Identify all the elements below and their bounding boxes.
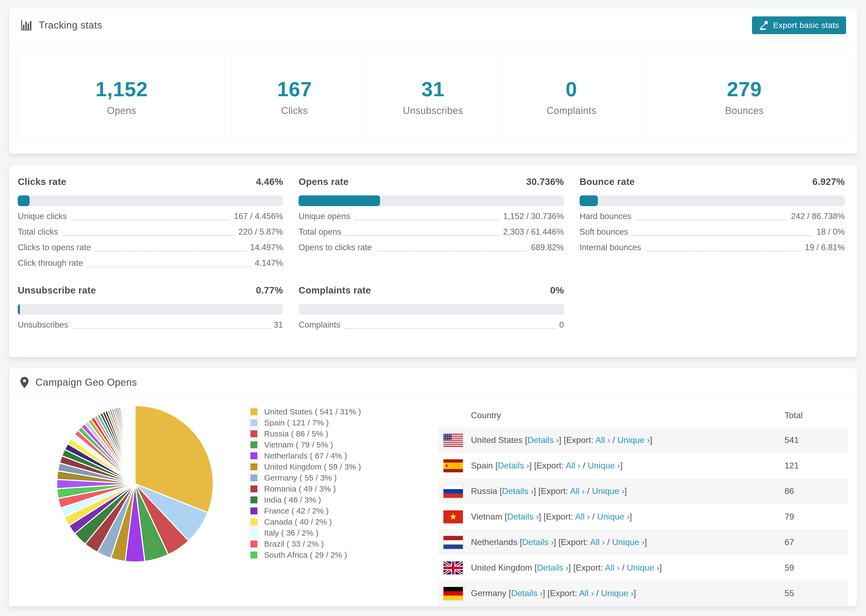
legend-item-spain[interactable]: Spain ( 121 / 7% ) [249,417,438,428]
gb-flag-icon [444,561,463,574]
export-all-link[interactable]: All › [595,435,610,445]
export-basic-stats-label: Export basic stats [773,21,839,30]
export-all-link[interactable]: All › [605,563,620,572]
bracket: ] [634,588,636,598]
details-link[interactable]: Details › [527,435,559,445]
export-unique-link[interactable]: Unique › [592,486,625,496]
details-link[interactable]: Details › [522,537,553,547]
legend-label: Romania ( 49 / 3% ) [264,484,336,493]
legend-swatch [249,484,259,494]
rate-row-value: 0 [559,320,564,330]
summary-stat-clicks: 167Clicks [226,53,364,141]
vn-flag-icon [444,511,463,523]
geo-title-text: Campaign Geo Opens [36,377,137,388]
export-all-link[interactable]: All › [570,486,585,496]
rate-row: Total clicks220 / 5.87% [18,227,283,238]
legend-item-united-states[interactable]: United States ( 541 / 31% ) [249,406,438,417]
legend-item-romania[interactable]: Romania ( 49 / 3% ) [249,483,438,494]
legend-item-south-africa[interactable]: South Africa ( 29 / 2% ) [249,549,438,560]
export-unique-link[interactable]: Unique › [612,537,645,547]
export-unique-link[interactable]: Unique › [601,588,634,598]
rate-row: Opens to clicks rate689.82% [299,243,564,254]
legend-label: United States ( 541 / 31% ) [264,407,361,416]
legend-item-italy[interactable]: Italy ( 36 / 2% ) [249,527,438,538]
summary-box: 1,152Opens167Clicks31Unsubscribes0Compla… [18,52,848,141]
geo-table: Country Total United States [Details ›] … [438,403,848,606]
link-separator: / [620,563,627,572]
export-all-link[interactable]: All › [579,588,594,598]
bracket: ] [620,460,623,470]
rate-row-value: 2,303 / 61.446% [503,227,564,237]
legend-item-brazil[interactable]: Brazil ( 33 / 2% ) [249,538,438,549]
export-unique-link[interactable]: Unique › [627,563,660,572]
rate-value: 0.77% [256,285,283,295]
legend-item-vietnam[interactable]: Vietnam ( 79 / 5% ) [249,439,438,450]
rate-title: Complaints rate [299,285,371,295]
legend-item-germany[interactable]: Germany ( 55 / 3% ) [249,472,438,483]
summary-stat-opens: 1,152Opens [18,53,226,141]
table-row-ru: Russia [Details ›] [Export: All › / Uniq… [438,478,848,504]
dotted-leader [94,251,246,251]
export-unique-link[interactable]: Unique › [617,435,650,445]
summary-stat-value: 279 [727,77,762,101]
export-basic-stats-button[interactable]: Export basic stats [752,16,846,34]
total-cell: 86 [784,486,848,496]
rate-row: Unique clicks167 / 4.456% [18,212,283,223]
de-flag-icon [444,587,463,600]
summary-stat-value: 1,152 [96,77,148,101]
geo-content: United States ( 541 / 31% )Spain ( 121 /… [9,397,857,606]
legend-swatch [249,451,259,460]
country-cell: United States [Details ›] [Export: All ›… [471,435,784,445]
export-all-link[interactable]: All › [575,512,590,522]
legend-item-russia[interactable]: Russia ( 86 / 5% ) [249,428,438,439]
legend-item-france[interactable]: France ( 42 / 2% ) [249,505,438,516]
export-all-link[interactable]: All › [590,537,605,547]
rate-title: Clicks rate [18,176,66,187]
rate-value: 4.46% [256,176,283,187]
export-all-link[interactable]: All › [565,460,580,470]
details-link[interactable]: Details › [537,563,568,572]
details-link[interactable]: Details › [507,512,539,522]
rate-row: Hard bounces242 / 86.738% [579,212,845,223]
link-separator: / [594,588,601,598]
rate-row-value: 19 / 6.81% [805,243,845,252]
details-link[interactable]: Details › [502,486,534,496]
legend-item-canada[interactable]: Canada ( 40 / 2% ) [249,516,438,527]
bracket: ] [625,486,627,496]
rate-head: Bounce rate6.927% [579,176,845,187]
legend-swatch [249,473,259,483]
legend-swatch [249,407,259,416]
dotted-leader [632,235,813,236]
legend-item-united-kingdom[interactable]: United Kingdom ( 59 / 3% ) [249,461,438,472]
export-unique-link[interactable]: Unique › [587,460,620,470]
nl-flag-icon [444,536,463,549]
rate-progress-fill [18,195,30,206]
rate-row-value: 167 / 4.456% [234,212,283,221]
rate-row-label: Complaints [299,320,340,330]
total-cell: 55 [784,588,848,598]
details-link[interactable]: Details › [498,460,529,470]
pie-legend: United States ( 541 / 31% )Spain ( 121 /… [241,397,438,606]
rate-row-label: Unique opens [299,212,350,221]
export-unique-link[interactable]: Unique › [597,512,630,522]
rate-row-label: Total opens [299,227,341,237]
total-cell: 79 [784,512,848,522]
rate-rows: Complaints0 [299,320,564,332]
details-link[interactable]: Details › [511,588,542,598]
legend-item-india[interactable]: India ( 46 / 3% ) [249,494,438,505]
rate-block-bounce-rate: Bounce rate6.927%Hard bounces242 / 86.73… [579,176,845,270]
legend-swatch [249,462,259,472]
legend-label: Canada ( 40 / 2% ) [264,517,332,526]
legend-label: Russia ( 86 / 5% ) [264,429,328,438]
legend-item-netherlands[interactable]: Netherlands ( 67 / 4% ) [249,450,438,461]
geo-table-body: United States [Details ›] [Export: All ›… [438,427,848,606]
summary-stat-label: Complaints [546,105,596,116]
legend-label: Vietnam ( 79 / 5% ) [264,440,333,449]
total-cell: 67 [784,537,848,547]
export-prefix: ] [Export: [529,460,565,470]
legend-label: United Kingdom ( 59 / 3% ) [264,462,361,471]
country-cell: Spain [Details ›] [Export: All › / Uniqu… [471,460,784,471]
export-prefix: ] [Export: [559,435,595,445]
country-cell: Vietnam [Details ›] [Export: All › / Uni… [471,512,784,522]
legend-label: Spain ( 121 / 7% ) [264,418,329,427]
